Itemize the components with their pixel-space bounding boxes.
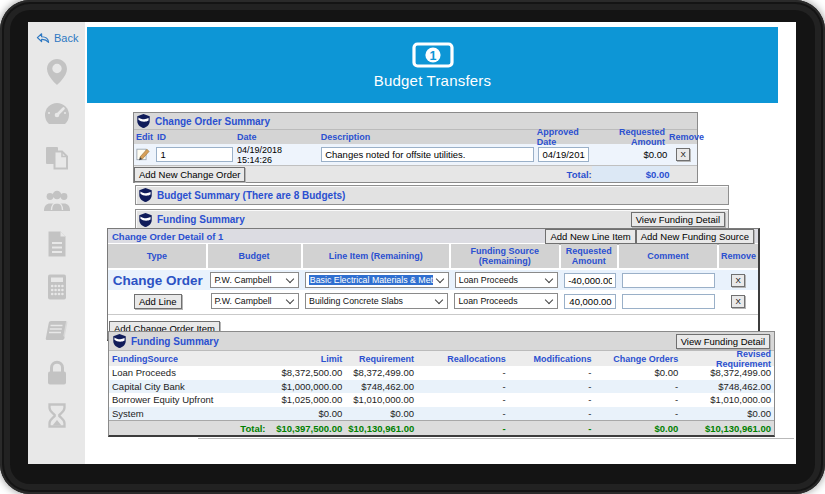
divider — [198, 438, 794, 439]
funding-summary-caption: Funding Summary View Funding Detail — [109, 332, 774, 351]
back-link[interactable]: Back — [36, 32, 78, 44]
funding-summary-bar-title: Funding Summary — [157, 214, 245, 225]
requested-amount-input[interactable] — [564, 273, 616, 288]
change-order-summary-footer: Add New Change Order Total: $0.00 — [134, 165, 697, 182]
funding-total-label: Total: — [109, 423, 269, 434]
lock-icon[interactable] — [42, 358, 72, 388]
shield-icon — [139, 213, 152, 227]
chevron-down-icon — [436, 274, 444, 282]
funding-source-select[interactable]: Loan Proceeds — [454, 293, 557, 309]
col-reallocations: Reallocations — [417, 354, 509, 364]
col-comment: Comment — [619, 244, 717, 268]
requested-amount-value: $0.00 — [591, 149, 669, 160]
total-label: Total: — [537, 169, 592, 180]
id-input[interactable] — [156, 147, 233, 162]
add-new-line-item-button[interactable]: Add New Line Item — [545, 229, 635, 244]
funding-row: Borrower Equity Upfront $1,025,000.00 $1… — [109, 393, 774, 407]
col-budget: Budget — [208, 244, 301, 268]
budget-select[interactable]: P.W. Campbell — [211, 293, 300, 309]
col-approved-date: Approved Date — [535, 127, 590, 147]
requested-amount-input[interactable] — [564, 294, 616, 309]
comment-input[interactable] — [622, 273, 715, 288]
change-order-detail-header: Type Budget Line Item (Remaining) Fundin… — [108, 243, 758, 269]
col-type: Type — [108, 244, 206, 268]
edit-icon[interactable] — [136, 147, 150, 161]
remove-line-button[interactable]: X — [731, 295, 745, 308]
screen-frame: Back 1 — [0, 0, 825, 494]
funding-summary-bar[interactable]: Funding Summary View Funding Detail — [135, 209, 729, 230]
date-value: 04/19/2018 15:14:26 — [235, 145, 319, 165]
calculator-icon[interactable] — [42, 272, 72, 302]
col-remove: Remove — [719, 244, 758, 268]
add-new-change-order-button[interactable]: Add New Change Order — [134, 167, 245, 182]
funding-source-select[interactable]: Loan Proceeds — [455, 272, 558, 288]
col-requested-amount: Requested Amount — [590, 127, 667, 147]
money-bill-icon: 1 — [412, 42, 454, 68]
total-value: $0.00 — [592, 166, 670, 182]
copy-documents-icon[interactable] — [42, 143, 72, 173]
budget-summary-bar[interactable]: Budget Summary (There are 8 Budgets) — [135, 185, 729, 205]
remove-line-button[interactable]: X — [731, 274, 745, 287]
col-line-item: Line Item (Remaining) — [303, 244, 450, 268]
col-id: ID — [155, 132, 235, 142]
chevron-down-icon — [545, 274, 553, 282]
back-arrow-icon — [36, 32, 50, 44]
col-requested-amount: Requested Amount — [561, 244, 618, 268]
col-modifications: Modifications — [509, 354, 595, 364]
approved-date-input[interactable] — [538, 147, 589, 162]
funding-summary-panel: Funding Summary View Funding Detail Fund… — [108, 331, 775, 437]
app-window: Back 1 — [28, 22, 796, 464]
change-order-detail-caption: Change Order Detail of 1 Add New Line It… — [108, 229, 758, 243]
svg-text:1: 1 — [429, 48, 436, 62]
dashboard-gauge-icon[interactable] — [42, 100, 72, 130]
comment-input[interactable] — [622, 294, 716, 309]
funding-summary-title: Funding Summary — [131, 336, 219, 347]
col-requirement: Requirement — [345, 354, 417, 364]
col-limit: Limit — [269, 354, 346, 364]
hourglass-icon[interactable] — [42, 401, 72, 431]
line-item-select[interactable]: Building Concrete Slabs — [305, 293, 448, 309]
document-icon[interactable] — [42, 229, 72, 259]
funding-total-row: Total: $10,397,500.00 $10,130,961.00 - -… — [109, 420, 774, 435]
remove-change-order-button[interactable]: X — [676, 148, 690, 161]
description-input[interactable] — [321, 147, 534, 162]
col-remove: Remove — [667, 132, 697, 142]
sidebar: Back — [28, 22, 85, 464]
funding-row: Capital City Bank $1,000,000.00 $748,462… — [109, 380, 774, 394]
change-order-type-label: Change Order — [113, 273, 203, 288]
change-order-row: 04/19/2018 15:14:26 $0.00 X — [134, 144, 697, 165]
col-edit: Edit — [134, 132, 155, 142]
col-change-orders: Change Orders — [595, 354, 682, 364]
add-new-funding-source-button[interactable]: Add New Funding Source — [636, 229, 754, 244]
col-funding-source: FundingSource — [109, 354, 269, 364]
budget-select[interactable]: P.W. Campbell — [210, 272, 298, 288]
shield-icon — [139, 188, 152, 202]
change-order-detail-panel: Change Order Detail of 1 Add New Line It… — [107, 228, 760, 341]
users-group-icon[interactable] — [42, 186, 72, 216]
col-revised-requirement: Revised Requirement — [681, 349, 774, 369]
line-item-select[interactable]: Basic Electrical Materials & Methods — [305, 272, 449, 288]
shield-icon — [113, 334, 126, 348]
back-label: Back — [54, 32, 78, 44]
location-pin-icon[interactable] — [42, 57, 72, 87]
change-order-summary-panel: Change Order Summary Edit ID Date Descri… — [133, 112, 698, 183]
chevron-down-icon — [286, 274, 294, 282]
ledger-book-icon[interactable] — [42, 315, 72, 345]
col-date: Date — [235, 132, 319, 142]
view-funding-detail-button[interactable]: View Funding Detail — [631, 212, 725, 227]
view-funding-detail-button[interactable]: View Funding Detail — [676, 334, 770, 349]
funding-row: System $0.00 $0.00 - - - $0.00 — [109, 407, 774, 421]
change-order-summary-title: Change Order Summary — [155, 116, 270, 127]
change-order-summary-header: Edit ID Date Description Approved Date R… — [134, 130, 697, 144]
detail-row-1: Change Order P.W. Campbell Basic Electri… — [108, 269, 758, 290]
col-funding-source: Funding Source (Remaining) — [451, 244, 558, 268]
page-title: Budget Transfers — [374, 72, 491, 89]
col-description: Description — [319, 132, 535, 142]
shield-icon — [137, 114, 150, 128]
funding-row: Loan Proceeds $8,372,500.00 $8,372,499.0… — [109, 366, 774, 380]
add-line-button[interactable]: Add Line — [134, 294, 182, 309]
chevron-down-icon — [286, 295, 294, 303]
change-order-detail-title: Change Order Detail of 1 — [112, 231, 223, 242]
chevron-down-icon — [545, 295, 553, 303]
page-header: 1 Budget Transfers — [87, 27, 778, 103]
